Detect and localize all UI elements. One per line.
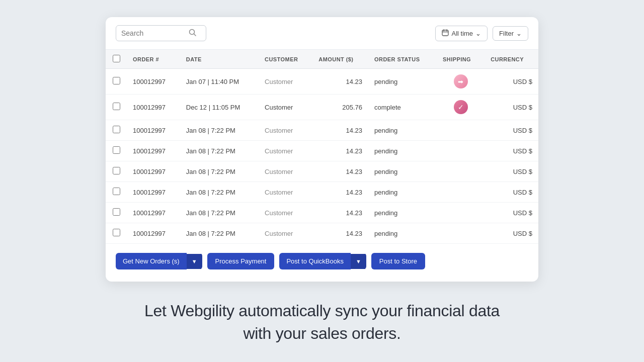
row-order-number: 100012997 <box>127 203 180 223</box>
row-checkbox-cell <box>106 203 127 223</box>
search-box[interactable] <box>116 25 206 41</box>
header-shipping: SHIPPING <box>437 50 485 69</box>
row-amount: 205.76 <box>312 95 368 120</box>
svg-rect-2 <box>442 30 448 36</box>
table-row: 100012997Jan 08 | 7:22 PMCustomer14.23pe… <box>106 203 538 223</box>
table-row: 100012997Jan 08 | 7:22 PMCustomer14.23pe… <box>106 223 538 244</box>
row-amount: 14.23 <box>312 141 368 161</box>
top-bar: All time ⌄ Filter ⌄ <box>106 17 538 50</box>
row-checkbox[interactable] <box>113 167 120 174</box>
row-customer: Customer <box>259 95 312 120</box>
get-new-orders-button[interactable]: Get New Orders (s) <box>116 253 187 269</box>
row-amount: 14.23 <box>312 69 368 95</box>
search-icon <box>189 29 196 38</box>
row-date: Jan 08 | 7:22 PM <box>180 161 259 182</box>
row-status: complete <box>368 95 437 120</box>
row-status: pending <box>368 69 437 95</box>
row-shipping <box>437 203 485 223</box>
row-order-number: 100012997 <box>127 69 180 95</box>
post-quickbooks-split-button[interactable]: Post to QuickBooks ▼ <box>279 253 366 269</box>
row-checkbox-cell <box>106 69 127 95</box>
header-amount: AMOUNT ($) <box>312 50 368 69</box>
row-checkbox[interactable] <box>113 126 120 133</box>
calendar-icon <box>442 29 449 38</box>
row-status: pending <box>368 182 437 203</box>
row-checkbox-cell <box>106 161 127 182</box>
row-amount: 14.23 <box>312 120 368 141</box>
row-shipping: ➡ <box>437 69 485 95</box>
row-customer: Customer <box>259 182 312 203</box>
header-customer: CUSTOMER <box>259 50 312 69</box>
row-status: pending <box>368 223 437 244</box>
row-date: Jan 08 | 7:22 PM <box>180 141 259 161</box>
get-new-orders-dropdown[interactable]: ▼ <box>187 254 202 269</box>
header-status: ORDER STATUS <box>368 50 437 69</box>
row-order-number: 100012997 <box>127 120 180 141</box>
row-order-number: 100012997 <box>127 223 180 244</box>
row-shipping <box>437 223 485 244</box>
row-date: Jan 08 | 7:22 PM <box>180 120 259 141</box>
row-customer: Customer <box>259 141 312 161</box>
filter-button[interactable]: Filter ⌄ <box>493 26 528 41</box>
row-amount: 14.23 <box>312 182 368 203</box>
row-currency: USD $ <box>485 223 538 244</box>
row-order-number: 100012997 <box>127 95 180 120</box>
process-payment-button[interactable]: Process Payment <box>207 253 275 269</box>
shipping-check-icon: ✓ <box>454 100 468 114</box>
top-bar-right: All time ⌄ Filter ⌄ <box>435 26 528 41</box>
time-filter-button[interactable]: All time ⌄ <box>435 26 488 41</box>
row-date: Jan 07 | 11:40 PM <box>180 69 259 95</box>
post-quickbooks-dropdown[interactable]: ▼ <box>351 254 366 269</box>
table-row: 100012997Dec 12 | 11:05 PMCustomer205.76… <box>106 95 538 120</box>
time-filter-chevron: ⌄ <box>475 30 481 37</box>
header-date: DATE <box>180 50 259 69</box>
table-row: 100012997Jan 08 | 7:22 PMCustomer14.23pe… <box>106 182 538 203</box>
shipping-arrow-icon: ➡ <box>454 74 468 88</box>
table-header-row: ORDER # DATE CUSTOMER AMOUNT ($) ORDER S… <box>106 50 538 69</box>
row-amount: 14.23 <box>312 161 368 182</box>
process-payment-label: Process Payment <box>215 257 267 265</box>
row-order-number: 100012997 <box>127 141 180 161</box>
row-checkbox[interactable] <box>113 188 120 195</box>
select-all-checkbox[interactable] <box>113 55 120 62</box>
post-quickbooks-label: Post to QuickBooks <box>286 257 343 265</box>
row-shipping <box>437 141 485 161</box>
row-checkbox[interactable] <box>113 229 120 236</box>
table-row: 100012997Jan 07 | 11:40 PMCustomer14.23p… <box>106 69 538 95</box>
row-shipping: ✓ <box>437 95 485 120</box>
filter-label: Filter <box>499 30 514 37</box>
table-row: 100012997Jan 08 | 7:22 PMCustomer14.23pe… <box>106 141 538 161</box>
row-checkbox[interactable] <box>113 103 120 110</box>
orders-table: ORDER # DATE CUSTOMER AMOUNT ($) ORDER S… <box>106 50 538 244</box>
row-currency: USD $ <box>485 141 538 161</box>
row-shipping <box>437 120 485 141</box>
row-order-number: 100012997 <box>127 182 180 203</box>
post-quickbooks-button[interactable]: Post to QuickBooks <box>279 253 350 269</box>
row-amount: 14.23 <box>312 223 368 244</box>
row-date: Dec 12 | 11:05 PM <box>180 95 259 120</box>
row-customer: Customer <box>259 161 312 182</box>
row-currency: USD $ <box>485 161 538 182</box>
row-currency: USD $ <box>485 69 538 95</box>
post-to-store-button[interactable]: Post to Store <box>371 253 425 269</box>
row-status: pending <box>368 141 437 161</box>
filter-chevron: ⌄ <box>516 30 522 37</box>
row-checkbox[interactable] <box>113 77 120 84</box>
post-to-store-label: Post to Store <box>379 257 417 265</box>
search-input[interactable] <box>121 29 187 37</box>
row-customer: Customer <box>259 203 312 223</box>
row-checkbox-cell <box>106 95 127 120</box>
tagline: Let Webgility automatically sync your fi… <box>144 300 500 345</box>
row-checkbox-cell <box>106 223 127 244</box>
row-currency: USD $ <box>485 182 538 203</box>
table-row: 100012997Jan 08 | 7:22 PMCustomer14.23pe… <box>106 120 538 141</box>
get-new-orders-label: Get New Orders (s) <box>123 257 180 265</box>
row-currency: USD $ <box>485 120 538 141</box>
row-status: pending <box>368 120 437 141</box>
get-new-orders-split-button[interactable]: Get New Orders (s) ▼ <box>116 253 202 269</box>
row-shipping <box>437 161 485 182</box>
row-shipping <box>437 182 485 203</box>
row-checkbox[interactable] <box>113 208 120 216</box>
row-status: pending <box>368 161 437 182</box>
row-checkbox[interactable] <box>113 146 120 154</box>
